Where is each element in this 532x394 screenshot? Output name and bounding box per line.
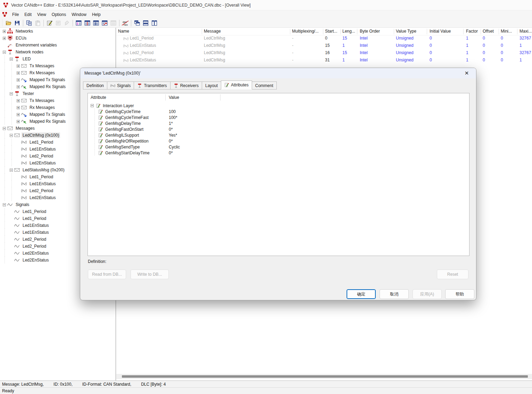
expand-icon[interactable]: + <box>17 113 20 116</box>
tab-attributes[interactable]: Attributes <box>221 80 252 89</box>
column-divider[interactable] <box>499 29 499 34</box>
column-header-factor[interactable]: Factor <box>466 29 478 34</box>
attr-row-genmsgcycletime[interactable]: GenMsgCycleTime100 <box>88 109 469 114</box>
menu-view[interactable]: View <box>34 11 49 18</box>
column-header-mini[interactable]: Mini... <box>501 29 512 34</box>
tree-item-environment-variables[interactable]: Environment variables <box>0 42 116 49</box>
collapse-icon[interactable]: − <box>3 127 6 130</box>
column-header-maxi[interactable]: Maxi... <box>519 29 532 34</box>
expand-icon[interactable]: + <box>17 71 20 75</box>
horizontal-scrollbar[interactable] <box>116 374 532 379</box>
attr-column-header-attribute[interactable]: Attribute <box>91 95 106 100</box>
envelope-icon <box>21 105 27 110</box>
column-divider[interactable] <box>340 29 341 34</box>
close-icon[interactable]: ✕ <box>461 68 473 78</box>
column-divider[interactable] <box>323 29 323 34</box>
attr-row-genmsgdelaytime[interactable]: GenMsgDelayTime1* <box>88 120 469 126</box>
window-cascade-button[interactable] <box>133 19 141 27</box>
help-button[interactable]: 帮助 <box>445 289 474 299</box>
horizontal-scrollbar-thumb[interactable] <box>122 375 528 378</box>
column-divider[interactable] <box>463 29 464 34</box>
edit-attributes-button[interactable] <box>45 19 54 27</box>
tree-item-led[interactable]: −LED <box>0 55 116 62</box>
attr-row-genmsgcycletimefast[interactable]: GenMsgCycleTimeFast100* <box>88 114 469 120</box>
attr-row-genmsgstartdelaytime[interactable]: GenMsgStartDelayTime0* <box>88 150 469 156</box>
pencil-icon <box>98 127 103 132</box>
column-header-leng[interactable]: Leng... <box>342 29 355 34</box>
view-table-columns-button[interactable] <box>83 19 92 27</box>
expand-icon[interactable]: + <box>17 99 20 102</box>
column-divider[interactable] <box>202 29 202 34</box>
tab-signals[interactable]: Signals <box>107 82 134 89</box>
view-table-jump-button[interactable] <box>100 19 109 27</box>
cancel-button[interactable]: 取消 <box>380 289 409 299</box>
column-header-initial-value[interactable]: Initial Value <box>430 29 451 34</box>
window-tile-horizontal-button[interactable] <box>141 19 150 27</box>
open-button[interactable] <box>4 19 13 27</box>
window-tile-vertical-button[interactable] <box>150 19 159 27</box>
dec-hex-button[interactable]: dechex <box>121 19 130 27</box>
tab-definition[interactable]: Definition <box>83 82 107 89</box>
attr-column-divider[interactable] <box>220 94 221 101</box>
tree-indent-guide <box>3 111 10 118</box>
column-divider[interactable] <box>394 29 394 34</box>
collapse-icon[interactable]: − <box>3 51 6 54</box>
collapse-icon[interactable]: − <box>10 169 13 172</box>
column-divider[interactable] <box>481 29 481 34</box>
column-divider[interactable] <box>517 29 517 34</box>
tree-indent-guide <box>10 194 17 201</box>
column-divider[interactable] <box>290 29 290 34</box>
column-divider[interactable] <box>357 29 357 34</box>
tree-item-network-nodes[interactable]: −Network nodes <box>0 49 116 55</box>
column-header-value-type[interactable]: Value Type <box>396 29 416 34</box>
collapse-icon[interactable]: − <box>3 203 6 206</box>
tab-comment[interactable]: Comment <box>252 82 277 89</box>
view-table-tree-button[interactable] <box>74 19 83 27</box>
expand-icon[interactable]: + <box>17 78 20 82</box>
menu-edit[interactable]: Edit <box>22 11 34 18</box>
column-header-start[interactable]: Start... <box>325 29 337 34</box>
tree-indent-guide <box>3 55 10 62</box>
attr-column-divider[interactable] <box>165 94 166 101</box>
column-header-name[interactable]: Name <box>118 29 129 34</box>
menu-file[interactable]: File <box>9 11 22 18</box>
attr-row-genmsgilsupport[interactable]: GenMsgILSupportYes* <box>88 132 469 138</box>
collapse-icon[interactable]: − <box>91 104 94 107</box>
tree-item-networks[interactable]: +Networks <box>0 28 116 35</box>
cell-initial-value: 0 <box>430 36 432 41</box>
column-header-offset[interactable]: Offset <box>483 29 494 34</box>
collapse-icon[interactable]: − <box>10 134 13 137</box>
tab-receivers[interactable]: Receivers <box>170 82 202 89</box>
column-header-message[interactable]: Message <box>204 29 221 34</box>
attr-column-header-value[interactable]: Value <box>169 95 179 100</box>
view-table-combined-button[interactable] <box>92 19 100 27</box>
cell-multiplexing: - <box>292 43 293 48</box>
tab-layout[interactable]: Layout <box>202 82 221 89</box>
collapse-icon[interactable]: − <box>10 58 13 61</box>
menu-help[interactable]: Help <box>89 11 103 18</box>
expand-icon[interactable]: + <box>3 37 6 40</box>
column-divider[interactable] <box>427 29 427 34</box>
toolbar-gripper[interactable] <box>1 19 3 26</box>
tree-item-ecus[interactable]: +ECUs <box>0 35 116 42</box>
expand-icon[interactable]: + <box>17 120 20 123</box>
expand-icon[interactable]: + <box>17 106 20 109</box>
column-header-multiplexing[interactable]: Multiplexing/... <box>292 29 319 34</box>
dialog-title-bar[interactable]: Message 'LedCtrlMsg (0x100)' ✕ <box>80 68 476 78</box>
ok-button[interactable]: 确定 <box>347 289 376 299</box>
expand-icon[interactable]: + <box>3 30 6 33</box>
copy-button[interactable] <box>25 19 33 27</box>
toolbar-separator <box>73 20 73 26</box>
attr-row-genmsgfastonstart[interactable]: GenMsgFastOnStart0* <box>88 126 469 132</box>
tab-transmitters[interactable]: Transmitters <box>134 82 170 89</box>
menu-options[interactable]: Options <box>49 11 69 18</box>
expand-icon[interactable]: + <box>17 85 20 88</box>
attr-row-genmsgnrofrepetition[interactable]: GenMsgNrOfRepetition0* <box>88 138 469 144</box>
menu-window[interactable]: Window <box>69 11 89 18</box>
attr-row-genmsgsendtype[interactable]: GenMsgSendTypeCyclic <box>88 144 469 150</box>
save-button[interactable] <box>13 19 22 27</box>
expand-icon[interactable]: + <box>17 65 20 68</box>
column-header-byte-order[interactable]: Byte Order <box>360 29 380 34</box>
attr-group-interaction-layer[interactable]: −Interaction Layer <box>88 103 469 109</box>
collapse-icon[interactable]: − <box>10 92 13 95</box>
